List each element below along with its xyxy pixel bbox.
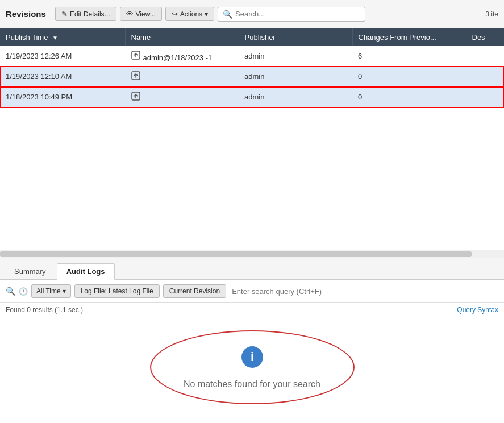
current-revision-button[interactable]: Current Revision [163, 284, 226, 298]
tabs-bar: Summary Audit Logs [0, 258, 504, 280]
cell-desc [466, 46, 504, 67]
cell-publish-time: 1/18/2023 10:49 PM [0, 87, 125, 107]
time-filter-button[interactable]: All Time ▾ [31, 284, 71, 298]
cell-desc [466, 87, 504, 107]
cell-publish-time: 1/19/2023 12:26 AM [0, 46, 125, 67]
info-icon: i [241, 346, 264, 374]
query-syntax-link[interactable]: Query Syntax [457, 306, 498, 314]
eye-icon: 👁 [126, 10, 134, 18]
svg-text:i: i [250, 350, 253, 364]
search-input[interactable] [235, 10, 360, 18]
table-row[interactable]: 1/19/2023 12:10 AM admin0 [0, 67, 504, 87]
results-count: Found 0 results (1.1 sec.) [6, 306, 83, 314]
toolbar: Revisions ✎ Edit Details... 👁 View... ↪ … [0, 0, 504, 28]
upload-icon [131, 53, 141, 62]
edit-details-button[interactable]: ✎ Edit Details... [55, 7, 116, 21]
cell-publisher: admin [239, 67, 352, 87]
cell-changes: 6 [352, 46, 466, 67]
col-name[interactable]: Name [125, 28, 239, 46]
audit-logs-filter-bar: 🔍 🕐 All Time ▾ Log File: Latest Log File… [0, 280, 504, 303]
revisions-table-container: Publish Time ▼ Name Publisher Changes Fr… [0, 28, 504, 250]
actions-icon: ↪ [172, 10, 178, 18]
chevron-down-icon: ▾ [63, 287, 66, 295]
clock-icon: 🕐 [19, 287, 28, 296]
results-bar: Found 0 results (1.1 sec.) Query Syntax [0, 303, 504, 317]
audit-search-input[interactable] [230, 285, 498, 298]
revisions-table: Publish Time ▼ Name Publisher Changes Fr… [0, 28, 504, 107]
actions-button[interactable]: ↪ Actions ▾ [165, 7, 214, 21]
cell-publisher: admin [239, 46, 352, 67]
col-desc[interactable]: Des [466, 28, 504, 46]
search-icon: 🔍 [223, 10, 232, 19]
tab-audit-logs[interactable]: Audit Logs [57, 263, 115, 280]
table-header-row: Publish Time ▼ Name Publisher Changes Fr… [0, 28, 504, 46]
table-row[interactable]: 1/18/2023 10:49 PM admin0 [0, 87, 504, 107]
upload-icon [131, 94, 141, 103]
search-box: 🔍 [218, 7, 365, 22]
item-count: 3 ite [485, 10, 498, 18]
cell-name [125, 87, 239, 107]
no-results-area: i No matches found for your search [0, 317, 504, 417]
page-title: Revisions [6, 9, 46, 19]
cell-changes: 0 [352, 67, 466, 87]
chevron-down-icon: ▾ [205, 10, 208, 18]
cell-publish-time: 1/19/2023 12:10 AM [0, 67, 125, 87]
no-results-oval: i No matches found for your search [150, 330, 355, 404]
tab-summary[interactable]: Summary [5, 263, 56, 279]
search-filter-icon: 🔍 [6, 287, 15, 296]
scrollbar-thumb[interactable] [0, 251, 472, 257]
log-file-button[interactable]: Log File: Latest Log File [74, 284, 160, 298]
cell-name [125, 67, 239, 87]
horizontal-scrollbar[interactable] [0, 250, 504, 258]
cell-name: admin@1/18/2023 -1 [125, 46, 239, 67]
edit-icon: ✎ [61, 10, 68, 18]
sort-icon: ▼ [52, 35, 58, 41]
col-publisher[interactable]: Publisher [239, 28, 352, 46]
cell-desc [466, 67, 504, 87]
table-row[interactable]: 1/19/2023 12:26 AM admin@1/18/2023 -1adm… [0, 46, 504, 67]
cell-publisher: admin [239, 87, 352, 107]
col-changes[interactable]: Changes From Previo... [352, 28, 466, 46]
cell-changes: 0 [352, 87, 466, 107]
view-button[interactable]: 👁 View... [120, 7, 162, 21]
no-matches-text: No matches found for your search [184, 379, 320, 389]
upload-icon [131, 74, 141, 82]
table-body: 1/19/2023 12:26 AM admin@1/18/2023 -1adm… [0, 46, 504, 107]
col-publish-time[interactable]: Publish Time ▼ [0, 28, 125, 46]
